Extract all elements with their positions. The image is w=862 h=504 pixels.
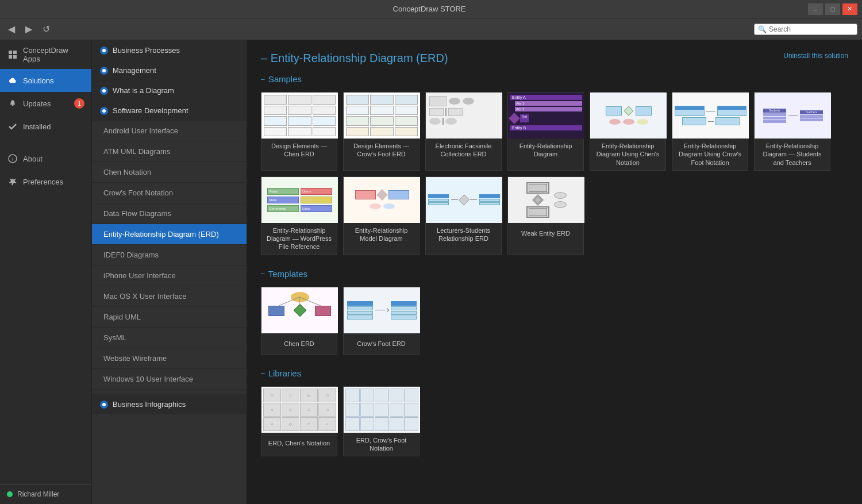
card-label: Entity-Relationship Diagram Using Crow's… (672, 138, 748, 170)
card-er-wordpress[interactable]: Posts Users Meta Terms Comments Links En… (261, 176, 337, 255)
nav-bullet-icon (100, 67, 108, 75)
card-label: Design Elements — Chen ERD (261, 138, 337, 162)
nav-item-chen-notation[interactable]: Chen Notation (92, 162, 247, 183)
card-thumb (590, 93, 667, 138)
card-chen-erd-tmpl[interactable]: Chen ERD (261, 287, 337, 355)
gear-icon (7, 176, 18, 187)
card-electronic-facsimile[interactable]: Electronic Facsimile Collections ERD (425, 92, 502, 171)
nav-item-idef0[interactable]: IDEF0 Diagrams (92, 245, 247, 266)
nav-item-android-ui[interactable]: Android User Interface (92, 121, 247, 141)
card-er-chen-notation[interactable]: Entity-Relationship Diagram Using Chen's… (590, 92, 666, 171)
nav-item-erd[interactable]: Entity-Relationship Diagram (ERD) (92, 224, 247, 245)
nav-bullet-icon (100, 401, 108, 409)
grid-icon (7, 49, 18, 60)
user-section: Richard Miller (0, 484, 91, 504)
nav-section-software-dev[interactable]: Software Development (92, 101, 247, 121)
card-thumb (344, 387, 420, 433)
info-icon: i (7, 153, 18, 164)
card-erd-crows-lib[interactable]: ERD, Crow's Foot Notation (343, 386, 420, 457)
sidebar-item-label: Updates (23, 99, 51, 108)
sidebar-item-about[interactable]: i About (0, 147, 91, 170)
bell-icon (7, 98, 18, 109)
nav-item-data-flow[interactable]: Data Flow Diagrams (92, 203, 247, 224)
card-crows-foot-tmpl[interactable]: Crow's Foot ERD (343, 287, 420, 355)
nav-item-windows-10[interactable]: Windows 10 User Interface (92, 369, 247, 390)
sidebar-item-label: ConceptDraw Apps (23, 46, 84, 63)
nav-section-business-processes[interactable]: Business Processes (92, 40, 247, 60)
nav-item-iphone-ui[interactable]: iPhone User Interface (92, 266, 247, 286)
card-thumb (344, 93, 420, 138)
card-er-diagram[interactable]: Entity A Attr 1 Attr 2 Rel Entity B Enti… (507, 92, 584, 171)
uninstall-link[interactable]: Uninstall this solution (783, 52, 848, 60)
samples-section-header: – Samples (261, 74, 848, 84)
sidebar-item-apps[interactable]: ConceptDraw Apps (0, 40, 91, 69)
window-title: ConceptDraw STORE (393, 5, 466, 13)
sidebar-item-label: Preferences (23, 178, 63, 186)
sidebar-item-label: About (23, 155, 43, 163)
minimize-button[interactable]: – (808, 3, 823, 15)
sidebar-item-solutions[interactable]: Solutions (0, 69, 91, 92)
svg-text:i: i (12, 156, 13, 162)
nav-item-rapid-uml[interactable]: Rapid UML (92, 307, 247, 328)
nav-section-what-is-diagram[interactable]: What is a Diagram (92, 80, 247, 101)
cloud-icon (7, 75, 18, 86)
card-label: Entity-Relationship Model Diagram (344, 223, 419, 247)
nav-section-management[interactable]: Management (92, 60, 247, 80)
left-sidebar: ConceptDraw Apps Solutions Updates 1 Ins… (0, 40, 92, 504)
card-thumb: Entity A Attr 1 Attr 2 Rel Entity B (508, 93, 584, 138)
card-er-crows-foot[interactable]: Entity-Relationship Diagram Using Crow's… (672, 92, 748, 171)
toolbar: ◀ ▶ ↺ 🔍 (0, 18, 862, 40)
card-erd-chens-lib[interactable]: □ ○ ◇ □ ○ ◇ □ □ ○ ◇ □ ○ ERD, Chen's Nota (261, 386, 337, 457)
collapse-icon[interactable]: – (261, 270, 265, 278)
card-label: Electronic Facsimile Collections ERD (426, 138, 501, 162)
card-label: ERD, Crow's Foot Notation (344, 433, 419, 456)
card-weak-entity[interactable]: Weak Entity ERD (507, 176, 584, 255)
sidebar-item-label: Solutions (23, 76, 53, 85)
main-layout: ConceptDraw Apps Solutions Updates 1 Ins… (0, 40, 862, 504)
svg-rect-8 (12, 105, 14, 106)
nav-bullet-icon (100, 87, 108, 95)
templates-label: Templates (268, 269, 307, 279)
refresh-button[interactable]: ↺ (39, 22, 53, 36)
libraries-label: Libraries (268, 368, 302, 378)
collapse-icon[interactable]: – (261, 369, 265, 377)
nav-item-mac-osx-ui[interactable]: Mac OS X User Interface (92, 286, 247, 307)
samples-grid: Design Elements — Chen ERD (261, 92, 848, 255)
samples-label: Samples (268, 74, 302, 84)
search-bar: 🔍 (754, 24, 857, 35)
card-er-students-teachers[interactable]: Students Teachers Entity-Relati (754, 92, 830, 171)
collapse-icon[interactable]: – (261, 75, 265, 83)
card-thumb (426, 177, 502, 223)
search-input[interactable] (769, 25, 855, 33)
libraries-grid: □ ○ ◇ □ ○ ◇ □ □ ○ ◇ □ ○ ERD, Chen's Nota (261, 386, 848, 457)
card-design-elements-chen[interactable]: Design Elements — Chen ERD (261, 92, 337, 171)
nav-section-business-infographics[interactable]: Business Infographics (92, 394, 247, 414)
card-label: Design Elements — Crow's Foot ERD (344, 138, 419, 162)
nav-item-crows-foot[interactable]: Crow's Foot Notation (92, 183, 247, 203)
card-label: Entity-Relationship Diagram — WordPress … (261, 223, 337, 255)
card-label: Entity-Relationship Diagram (508, 138, 583, 162)
card-thumb (426, 93, 502, 138)
content-header: – Entity-Relationship Diagram (ERD) Unin… (261, 52, 848, 65)
nav-section-label: Management (113, 66, 156, 75)
maximize-button[interactable]: □ (825, 3, 840, 15)
updates-badge: 1 (74, 98, 84, 109)
sidebar-item-installed[interactable]: Installed (0, 115, 91, 138)
nav-item-website-wireframe[interactable]: Website Wireframe (92, 348, 247, 369)
nav-bullet-icon (100, 47, 108, 55)
nav-item-atm-uml[interactable]: ATM UML Diagrams (92, 141, 247, 162)
sidebar-item-preferences[interactable]: Preferences (0, 170, 91, 193)
sidebar-item-updates[interactable]: Updates 1 (0, 92, 91, 115)
back-button[interactable]: ◀ (5, 22, 18, 36)
card-design-elements-crows[interactable]: Design Elements — Crow's Foot ERD (343, 92, 420, 171)
nav-item-sysml[interactable]: SysML (92, 328, 247, 348)
close-button[interactable]: ✕ (842, 3, 857, 15)
forward-button[interactable]: ▶ (22, 22, 36, 36)
check-icon (7, 121, 18, 132)
card-lecturers-students[interactable]: Lecturers-Students Relationship ERD (425, 176, 502, 255)
card-label: Entity-Relationship Diagram Using Chen's… (590, 138, 665, 170)
card-er-model[interactable]: Entity-Relationship Model Diagram (343, 176, 420, 255)
card-thumb (672, 93, 749, 138)
svg-line-12 (279, 297, 299, 306)
user-name: Richard Miller (17, 490, 59, 498)
